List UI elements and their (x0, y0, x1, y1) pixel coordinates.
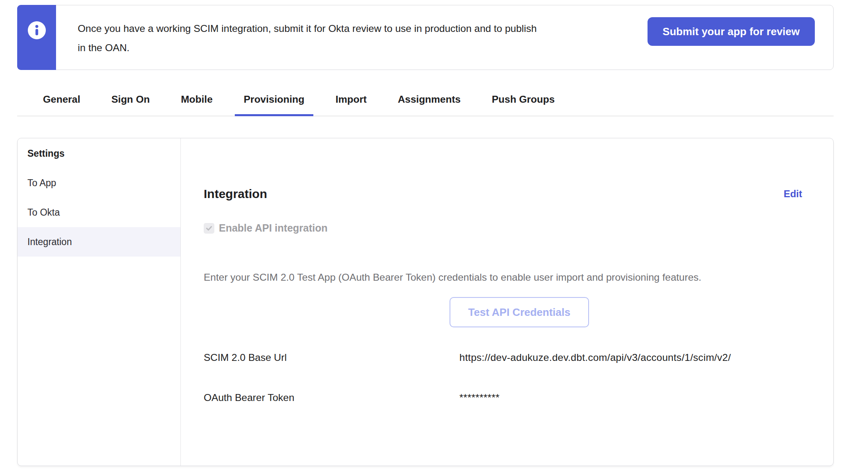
enable-api-integration-row: Enable API integration (204, 222, 802, 234)
credentials-description: Enter your SCIM 2.0 Test App (OAuth Bear… (204, 272, 802, 283)
tab-provisioning[interactable]: Provisioning (235, 94, 313, 116)
integration-panel: Integration Edit Enable API integration … (181, 138, 833, 466)
tab-mobile[interactable]: Mobile (172, 94, 222, 116)
enable-api-integration-checkbox[interactable] (204, 223, 214, 234)
sidebar-item-to-app[interactable]: To App (18, 168, 180, 198)
field-row-scim-base-url: SCIM 2.0 Base Url https://dev-adukuze.de… (204, 352, 802, 363)
oauth-bearer-token-value: ********** (459, 392, 499, 403)
provisioning-card: Settings To App To Okta Integration Inte… (17, 138, 834, 466)
tab-assignments[interactable]: Assignments (389, 94, 470, 116)
checkmark-icon (205, 225, 213, 232)
banner-message-line: Once you have a working SCIM integration… (78, 19, 537, 38)
test-api-credentials-button[interactable]: Test API Credentials (450, 297, 589, 327)
page-content: Once you have a working SCIM integration… (17, 5, 834, 466)
enable-api-integration-label: Enable API integration (219, 222, 328, 234)
tab-general[interactable]: General (34, 94, 89, 116)
test-credentials-row: Test API Credentials (204, 297, 802, 327)
field-row-oauth-bearer-token: OAuth Bearer Token ********** (204, 392, 802, 403)
tab-push-groups[interactable]: Push Groups (483, 94, 564, 116)
integration-header: Integration Edit (204, 187, 802, 201)
scim-base-url-value: https://dev-adukuze.dev.dbt.com/api/v3/a… (459, 352, 731, 363)
edit-link[interactable]: Edit (784, 188, 802, 200)
oauth-bearer-token-label: OAuth Bearer Token (204, 392, 459, 403)
section-title: Integration (204, 187, 267, 201)
tab-sign-on[interactable]: Sign On (102, 94, 159, 116)
info-banner: Once you have a working SCIM integration… (17, 5, 834, 70)
settings-sidebar: Settings To App To Okta Integration (18, 138, 181, 466)
tab-import[interactable]: Import (326, 94, 376, 116)
scim-base-url-label: SCIM 2.0 Base Url (204, 352, 459, 363)
tab-bar: General Sign On Mobile Provisioning Impo… (17, 94, 834, 116)
info-icon-block (17, 5, 56, 70)
submit-app-for-review-button[interactable]: Submit your app for review (648, 17, 815, 46)
sidebar-item-to-okta[interactable]: To Okta (18, 198, 180, 227)
sidebar-header: Settings (18, 139, 180, 168)
banner-message: Once you have a working SCIM integration… (56, 5, 725, 70)
banner-message-line: in the OAN. (78, 38, 537, 57)
sidebar-item-integration[interactable]: Integration (18, 227, 180, 257)
info-icon (28, 21, 46, 41)
